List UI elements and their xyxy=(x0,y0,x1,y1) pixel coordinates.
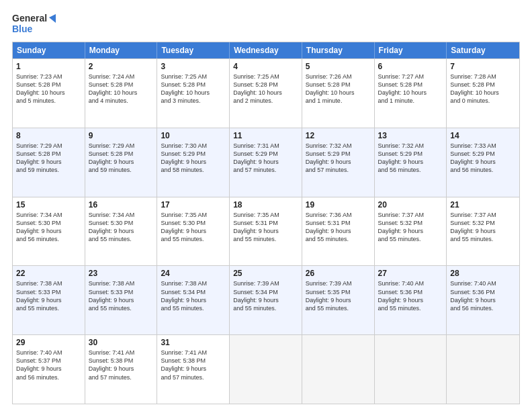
logo: GeneralBlue xyxy=(12,11,59,35)
cell-info: Sunrise: 7:38 AM Sunset: 5:33 PM Dayligh… xyxy=(89,279,154,312)
calendar-cell: 5Sunrise: 7:26 AM Sunset: 5:28 PM Daylig… xyxy=(302,59,375,128)
cell-info: Sunrise: 7:28 AM Sunset: 5:28 PM Dayligh… xyxy=(450,73,516,105)
cell-info: Sunrise: 7:40 AM Sunset: 5:36 PM Dayligh… xyxy=(378,279,443,312)
day-number: 31 xyxy=(161,338,226,347)
cell-info: Sunrise: 7:25 AM Sunset: 5:28 PM Dayligh… xyxy=(233,73,298,105)
calendar-row: 15Sunrise: 7:34 AM Sunset: 5:30 PM Dayli… xyxy=(13,197,519,266)
cell-info: Sunrise: 7:41 AM Sunset: 5:38 PM Dayligh… xyxy=(161,349,226,381)
cell-info: Sunrise: 7:35 AM Sunset: 5:31 PM Dayligh… xyxy=(233,211,298,244)
day-number: 4 xyxy=(233,62,298,71)
day-number: 28 xyxy=(450,269,516,278)
cell-info: Sunrise: 7:32 AM Sunset: 5:29 PM Dayligh… xyxy=(378,142,443,175)
day-number: 17 xyxy=(161,200,226,210)
calendar-cell: 3Sunrise: 7:25 AM Sunset: 5:28 PM Daylig… xyxy=(157,59,230,128)
weekday-label: Friday xyxy=(375,42,447,58)
weekday-label: Sunday xyxy=(13,42,85,58)
calendar-cell: 18Sunrise: 7:35 AM Sunset: 5:31 PM Dayli… xyxy=(230,197,302,266)
day-number: 25 xyxy=(233,269,298,278)
day-number: 9 xyxy=(89,131,154,140)
calendar-cell: 11Sunrise: 7:31 AM Sunset: 5:29 PM Dayli… xyxy=(230,128,302,197)
empty-cell xyxy=(230,335,302,404)
calendar-row: 22Sunrise: 7:38 AM Sunset: 5:33 PM Dayli… xyxy=(13,265,519,334)
calendar-cell: 8Sunrise: 7:29 AM Sunset: 5:28 PM Daylig… xyxy=(13,128,85,197)
page: GeneralBlue SundayMondayTuesdayWednesday… xyxy=(0,0,532,411)
day-number: 26 xyxy=(306,269,371,278)
cell-info: Sunrise: 7:32 AM Sunset: 5:29 PM Dayligh… xyxy=(306,142,371,175)
calendar-cell: 13Sunrise: 7:32 AM Sunset: 5:29 PM Dayli… xyxy=(375,128,447,197)
day-number: 2 xyxy=(89,62,154,71)
calendar-cell: 27Sunrise: 7:40 AM Sunset: 5:36 PM Dayli… xyxy=(375,266,447,334)
day-number: 13 xyxy=(378,131,443,140)
cell-info: Sunrise: 7:39 AM Sunset: 5:35 PM Dayligh… xyxy=(306,279,371,312)
day-number: 16 xyxy=(89,200,154,210)
cell-info: Sunrise: 7:29 AM Sunset: 5:28 PM Dayligh… xyxy=(89,142,154,175)
day-number: 20 xyxy=(378,200,443,210)
cell-info: Sunrise: 7:38 AM Sunset: 5:34 PM Dayligh… xyxy=(161,279,226,312)
day-number: 29 xyxy=(16,338,81,347)
day-number: 24 xyxy=(161,269,226,278)
calendar-cell: 16Sunrise: 7:34 AM Sunset: 5:30 PM Dayli… xyxy=(85,197,158,266)
weekday-label: Thursday xyxy=(302,42,375,58)
calendar-row: 29Sunrise: 7:40 AM Sunset: 5:37 PM Dayli… xyxy=(13,334,519,404)
calendar-cell: 9Sunrise: 7:29 AM Sunset: 5:28 PM Daylig… xyxy=(85,128,158,197)
svg-marker-2 xyxy=(49,14,56,23)
day-number: 8 xyxy=(16,131,81,140)
calendar-cell: 25Sunrise: 7:39 AM Sunset: 5:34 PM Dayli… xyxy=(230,266,302,334)
weekday-label: Tuesday xyxy=(157,42,230,58)
cell-info: Sunrise: 7:34 AM Sunset: 5:30 PM Dayligh… xyxy=(16,211,81,244)
cell-info: Sunrise: 7:26 AM Sunset: 5:28 PM Dayligh… xyxy=(306,73,371,105)
calendar-cell: 6Sunrise: 7:27 AM Sunset: 5:28 PM Daylig… xyxy=(375,59,447,128)
calendar-cell: 28Sunrise: 7:40 AM Sunset: 5:36 PM Dayli… xyxy=(447,266,519,334)
calendar-cell: 31Sunrise: 7:41 AM Sunset: 5:38 PM Dayli… xyxy=(157,335,230,404)
calendar-cell: 21Sunrise: 7:37 AM Sunset: 5:32 PM Dayli… xyxy=(447,197,519,266)
cell-info: Sunrise: 7:25 AM Sunset: 5:28 PM Dayligh… xyxy=(161,73,226,105)
calendar-cell: 17Sunrise: 7:35 AM Sunset: 5:30 PM Dayli… xyxy=(157,197,230,266)
svg-text:General: General xyxy=(12,13,47,24)
cell-info: Sunrise: 7:27 AM Sunset: 5:28 PM Dayligh… xyxy=(378,73,443,105)
cell-info: Sunrise: 7:38 AM Sunset: 5:33 PM Dayligh… xyxy=(16,279,81,312)
cell-info: Sunrise: 7:40 AM Sunset: 5:36 PM Dayligh… xyxy=(450,279,516,312)
calendar-cell: 29Sunrise: 7:40 AM Sunset: 5:37 PM Dayli… xyxy=(13,335,85,404)
calendar-row: 1Sunrise: 7:23 AM Sunset: 5:28 PM Daylig… xyxy=(13,58,519,128)
calendar-row: 8Sunrise: 7:29 AM Sunset: 5:28 PM Daylig… xyxy=(13,128,519,197)
cell-info: Sunrise: 7:33 AM Sunset: 5:29 PM Dayligh… xyxy=(450,142,516,175)
calendar-cell: 2Sunrise: 7:24 AM Sunset: 5:28 PM Daylig… xyxy=(85,59,158,128)
cell-info: Sunrise: 7:24 AM Sunset: 5:28 PM Dayligh… xyxy=(89,73,154,105)
svg-text:Blue: Blue xyxy=(12,24,33,34)
calendar-cell: 22Sunrise: 7:38 AM Sunset: 5:33 PM Dayli… xyxy=(13,266,85,334)
cell-info: Sunrise: 7:39 AM Sunset: 5:34 PM Dayligh… xyxy=(233,279,298,312)
day-number: 30 xyxy=(89,338,154,347)
cell-info: Sunrise: 7:29 AM Sunset: 5:28 PM Dayligh… xyxy=(16,142,81,175)
day-number: 23 xyxy=(89,269,154,278)
cell-info: Sunrise: 7:31 AM Sunset: 5:29 PM Dayligh… xyxy=(233,142,298,175)
header: GeneralBlue xyxy=(12,11,520,35)
calendar-cell: 1Sunrise: 7:23 AM Sunset: 5:28 PM Daylig… xyxy=(13,59,85,128)
calendar-cell: 4Sunrise: 7:25 AM Sunset: 5:28 PM Daylig… xyxy=(230,59,302,128)
weekday-label: Wednesday xyxy=(230,42,302,58)
calendar-cell: 12Sunrise: 7:32 AM Sunset: 5:29 PM Dayli… xyxy=(302,128,375,197)
day-number: 6 xyxy=(378,62,443,71)
calendar-cell: 20Sunrise: 7:37 AM Sunset: 5:32 PM Dayli… xyxy=(375,197,447,266)
empty-cell xyxy=(375,335,447,404)
calendar-cell: 10Sunrise: 7:30 AM Sunset: 5:29 PM Dayli… xyxy=(157,128,230,197)
calendar-cell: 19Sunrise: 7:36 AM Sunset: 5:31 PM Dayli… xyxy=(302,197,375,266)
weekday-label: Monday xyxy=(85,42,158,58)
day-number: 15 xyxy=(16,200,81,210)
cell-info: Sunrise: 7:23 AM Sunset: 5:28 PM Dayligh… xyxy=(16,73,81,105)
day-number: 18 xyxy=(233,200,298,210)
calendar-cell: 14Sunrise: 7:33 AM Sunset: 5:29 PM Dayli… xyxy=(447,128,519,197)
calendar-cell: 30Sunrise: 7:41 AM Sunset: 5:38 PM Dayli… xyxy=(85,335,158,404)
logo-svg: GeneralBlue xyxy=(12,11,59,35)
day-number: 1 xyxy=(16,62,81,71)
calendar: SundayMondayTuesdayWednesdayThursdayFrid… xyxy=(12,42,520,404)
calendar-header: SundayMondayTuesdayWednesdayThursdayFrid… xyxy=(13,42,519,58)
day-number: 12 xyxy=(306,131,371,140)
cell-info: Sunrise: 7:34 AM Sunset: 5:30 PM Dayligh… xyxy=(89,211,154,244)
day-number: 14 xyxy=(450,131,516,140)
cell-info: Sunrise: 7:40 AM Sunset: 5:37 PM Dayligh… xyxy=(16,349,81,381)
day-number: 11 xyxy=(233,131,298,140)
calendar-cell: 24Sunrise: 7:38 AM Sunset: 5:34 PM Dayli… xyxy=(157,266,230,334)
day-number: 5 xyxy=(306,62,371,71)
empty-cell xyxy=(447,335,519,404)
day-number: 10 xyxy=(161,131,226,140)
